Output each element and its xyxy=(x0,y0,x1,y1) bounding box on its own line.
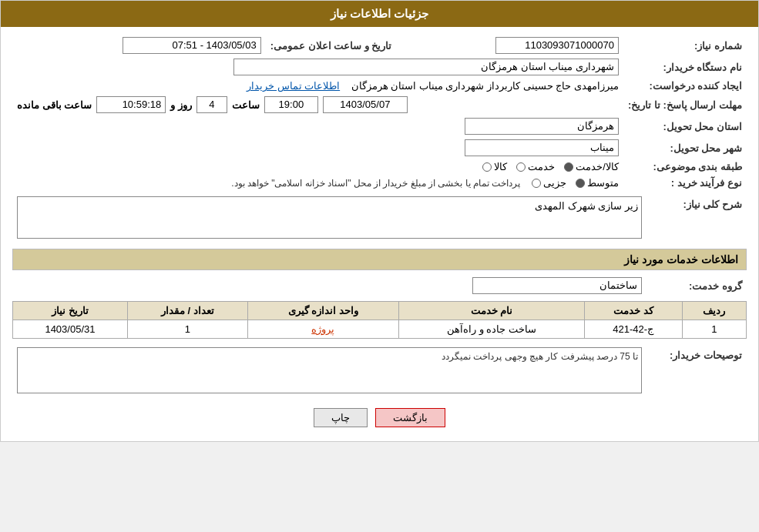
tosihaat-box: تا 75 درصد پیشرفت کار هیچ وجهی پرداخت نم… xyxy=(17,347,642,393)
col-vahed: واحد اندازه گیری xyxy=(247,302,398,320)
saat-label: ساعت xyxy=(232,99,260,111)
radio-jozei-label: جزیی xyxy=(543,177,566,189)
table-cell-4: 1 xyxy=(127,320,247,339)
radio-khedmat-circle xyxy=(516,162,526,172)
radio-kala-khedmat-circle xyxy=(564,162,573,172)
col-kod: کد خدمت xyxy=(584,302,682,320)
col-nam: نام خدمت xyxy=(398,302,584,320)
ijad-field: میرزامهدی حاج حسینی کاربرداز شهرداری مین… xyxy=(351,80,619,92)
ettelaat-link[interactable]: اطلاعات تماس خریدار xyxy=(247,80,340,92)
rooz-value: 4 xyxy=(196,96,227,113)
vahed-link[interactable]: پروژه xyxy=(311,323,334,335)
ostan-tahvil-value: هرمزگان xyxy=(12,115,623,137)
tarikh-elam-field: 1403/05/03 - 07:51 xyxy=(123,37,261,54)
radio-kala[interactable]: کالا xyxy=(482,161,507,172)
noe-farayand-value: متوسط جزیی پرداخت تمام یا بخشی از مبلغ خ… xyxy=(12,175,623,191)
col-tarikh: تاریخ نیاز xyxy=(13,302,128,320)
ostan-tahvil-label: استان محل تحویل: xyxy=(623,115,747,137)
services-section-header: اطلاعات خدمات مورد نیاز xyxy=(12,249,747,270)
tosihaat-label: توصیحات خریدار: xyxy=(646,345,747,396)
noe-farayand-label: نوع فرآیند خرید : xyxy=(623,175,747,191)
table-cell-1: ج-42-421 xyxy=(584,320,682,339)
radio-motavaset[interactable]: متوسط xyxy=(576,177,619,189)
radio-khedmat[interactable]: خدمت xyxy=(516,161,555,172)
sharh-watermark-area: زیر سازی شهرک المهدی xyxy=(17,196,642,239)
mohlat-label: مهلت ارسال پاسخ: تا تاریخ: xyxy=(623,94,747,115)
nam-dastgah-label: نام دستگاه خریدار: xyxy=(623,56,747,78)
table-row: 1ج-42-421ساخت جاده و راه‌آهنپروژه11403/0… xyxy=(13,320,747,339)
tosihaat-table: توصیحات خریدار: تا 75 درصد پیشرفت کار هی… xyxy=(12,345,747,396)
tabaqe-label: طبقه بندی موضوعی: xyxy=(623,159,747,175)
table-cell-0: 1 xyxy=(682,320,746,339)
col-tedad: تعداد / مقدار xyxy=(127,302,247,320)
radio-jozei-circle xyxy=(532,179,541,188)
radio-khedmat-label: خدمت xyxy=(528,161,555,172)
grooh-table: گروه خدمت: ساختمان xyxy=(12,275,747,296)
ijad-value: میرزامهدی حاج حسینی کاربرداز شهرداری مین… xyxy=(12,78,623,94)
notice-text: پرداخت تمام یا بخشی از مبلغ خریدار از مح… xyxy=(231,178,520,189)
footer-buttons: بازگشت چاپ xyxy=(12,399,747,433)
mohlat-row: ساعت باقی مانده 10:59:18 روز و 4 ساعت 19… xyxy=(12,94,623,115)
table-cell-3: پروژه xyxy=(247,320,398,339)
sharh-label: شرح کلی نیاز: xyxy=(646,194,747,241)
page-title: جزئیات اطلاعات نیاز xyxy=(1,1,758,27)
sharh-table: شرح کلی نیاز: زیر سازی شهرک المهدی xyxy=(12,194,747,241)
shahr-tahvil-field: میناب xyxy=(465,139,619,156)
radio-kala-khedmat[interactable]: کالا/خدمت xyxy=(564,161,619,172)
tarikh-elam-value: 1403/05/03 - 07:51 xyxy=(12,35,266,56)
content-area: شماره نیاز: 1103093071000070 تاریخ و ساع… xyxy=(1,27,758,441)
bazgasht-button[interactable]: بازگشت xyxy=(375,408,445,427)
radio-jozei[interactable]: جزیی xyxy=(532,177,566,189)
shomara-niaz-label: شماره نیاز: xyxy=(623,35,747,56)
ostan-tahvil-field: هرمزگان xyxy=(465,118,619,135)
main-info-table: شماره نیاز: 1103093071000070 تاریخ و ساع… xyxy=(12,35,747,191)
nam-dastgah-value: شهرداری میناب استان هرمزگان xyxy=(12,56,623,78)
nam-dastgah-field: شهرداری میناب استان هرمزگان xyxy=(233,59,619,75)
radio-motavaset-label: متوسط xyxy=(587,177,619,189)
rooz-label: روز و xyxy=(170,99,192,111)
tabaqe-value: کالا/خدمت خدمت کالا xyxy=(12,159,623,175)
mande-label: ساعت باقی مانده xyxy=(17,99,92,111)
shomara-niaz-value: 1103093071000070 xyxy=(396,35,623,56)
services-table: ردیف کد خدمت نام خدمت واحد اندازه گیری ت… xyxy=(12,301,747,339)
tarikh-elam-label: تاریخ و ساعت اعلان عمومی: xyxy=(266,35,397,56)
radio-kala-label: کالا xyxy=(494,161,507,172)
table-cell-2: ساخت جاده و راه‌آهن xyxy=(398,320,584,339)
col-radif: ردیف xyxy=(682,302,746,320)
chap-button[interactable]: چاپ xyxy=(314,408,368,427)
grooh-khedmat-label: گروه خدمت: xyxy=(646,275,747,296)
grooh-khedmat-value: ساختمان xyxy=(12,275,646,296)
radio-kala-circle xyxy=(482,162,492,172)
tosihaat-value-cell: تا 75 درصد پیشرفت کار هیچ وجهی پرداخت نم… xyxy=(12,345,646,396)
saat-value: 19:00 xyxy=(264,96,318,113)
radio-motavaset-circle xyxy=(576,179,585,188)
grooh-khedmat-field: ساختمان xyxy=(472,277,642,294)
tarikh-value: 1403/05/07 xyxy=(323,96,408,113)
table-cell-5: 1403/05/31 xyxy=(13,320,128,339)
sharh-box: زیر سازی شهرک المهدی xyxy=(17,196,642,239)
shahr-tahvil-value: میناب xyxy=(12,137,623,159)
sharh-value-cell: زیر سازی شهرک المهدی xyxy=(12,194,646,241)
page-wrapper: جزئیات اطلاعات نیاز شماره نیاز: 11030930… xyxy=(0,0,759,442)
mande-value: 10:59:18 xyxy=(96,96,166,113)
shahr-tahvil-label: شهر محل تحویل: xyxy=(623,137,747,159)
shomara-niaz-field: 1103093071000070 xyxy=(495,37,619,54)
radio-kala-khedmat-label: کالا/خدمت xyxy=(576,161,619,172)
ijad-label: ایجاد کننده درخواست: xyxy=(623,78,747,94)
